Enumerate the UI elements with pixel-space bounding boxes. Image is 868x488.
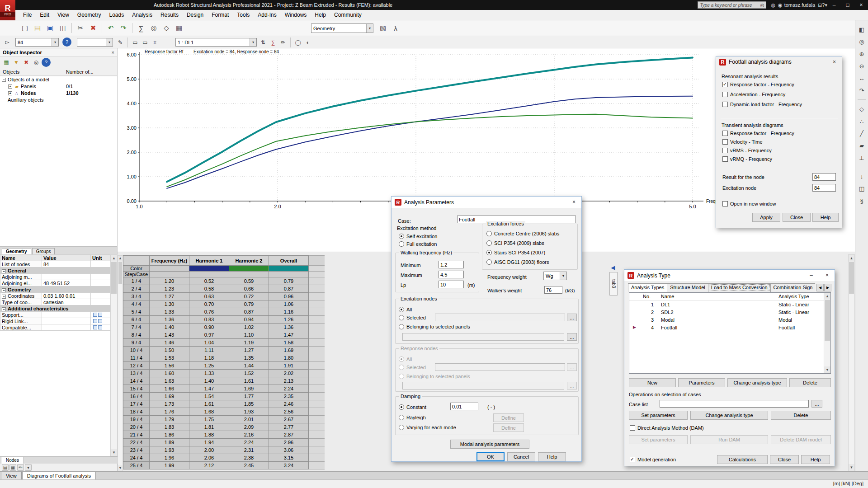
pan-icon[interactable]: ↔ xyxy=(856,73,867,84)
table-row[interactable]: 6 / 41.360.830.941.26 xyxy=(123,316,325,324)
excitation-force-radio-concrete-centre-2006-slabs[interactable] xyxy=(486,231,492,236)
section-expander-icon[interactable]: − xyxy=(2,307,6,311)
mode-b-icon[interactable]: ◐ xyxy=(303,38,312,47)
property-value[interactable]: cartesian xyxy=(42,299,91,305)
inspector-tab-geometry[interactable]: Geometry xyxy=(2,248,31,254)
print-icon[interactable]: ◫ xyxy=(57,22,69,34)
rotate-view-icon[interactable]: ↷ xyxy=(856,85,867,96)
menu-geometry[interactable]: Geometry xyxy=(73,10,105,20)
table-row[interactable]: 21 / 41.861.882.162.87 xyxy=(123,431,325,439)
measure-icon[interactable]: ⌗ xyxy=(151,38,160,47)
parameters-button[interactable]: Parameters xyxy=(678,378,725,387)
delete-cases-button[interactable]: Delete xyxy=(771,411,831,420)
menu-format[interactable]: Format xyxy=(208,10,233,20)
load-case-select[interactable]: 1 : DL1 ▾ xyxy=(175,38,257,47)
analysis-case-row-footfall[interactable]: ▶4FootfallFootfall xyxy=(629,324,830,332)
dropdown-icon[interactable]: ▾ xyxy=(250,38,256,46)
excitation-selected-more-button[interactable]: ... xyxy=(567,314,577,321)
footfall-results-table[interactable]: Frequency (Hz)Harmonic 1Harmonic 2Overal… xyxy=(123,255,325,469)
selection-select[interactable]: ▾ xyxy=(77,38,113,47)
property-action-icon[interactable] xyxy=(98,325,102,329)
section-expander-icon[interactable]: − xyxy=(2,269,6,273)
cut-icon[interactable]: ✂ xyxy=(75,22,86,34)
excitation-method-radio-full-excitation[interactable] xyxy=(399,241,404,247)
excitation-force-radio-stairs-sci-p354-2007[interactable] xyxy=(486,250,492,255)
resonant-checkbox-response-factor-frequency[interactable]: ✓ xyxy=(722,82,728,87)
case-list-more-button[interactable]: ... xyxy=(811,400,822,408)
excitation-nodes-selected-radio[interactable] xyxy=(399,315,404,320)
property-action-icon[interactable] xyxy=(93,313,97,317)
section-expander-icon[interactable]: − xyxy=(2,288,6,292)
table-view-icon[interactable]: ▤ xyxy=(2,464,9,471)
help-button[interactable]: Help xyxy=(812,213,839,222)
edit-mode-icon[interactable]: ✏ xyxy=(17,464,24,471)
grid-view-icon[interactable]: ▦ xyxy=(9,464,16,471)
start-calculation-icon[interactable]: ∑ xyxy=(269,38,278,47)
dropdown-icon[interactable]: ▾ xyxy=(52,38,58,46)
damping-constant-radio[interactable] xyxy=(399,404,404,410)
transient-checkbox-vrmq-frequency[interactable] xyxy=(722,156,728,162)
menu-design[interactable]: Design xyxy=(183,10,208,20)
minimize-icon[interactable]: – xyxy=(827,0,841,10)
excitation-force-radio-aisc-dg11-2003-floors[interactable] xyxy=(486,259,492,265)
model-generation-checkbox[interactable]: ✓ xyxy=(630,457,635,462)
property-value[interactable]: 0.03 1.60 0.01 xyxy=(42,293,91,299)
excitation-method-option-self-excitation[interactable]: Self excitation xyxy=(399,234,437,239)
scrollbar-thumb[interactable] xyxy=(849,262,854,294)
table-row[interactable]: 3 / 41.270.630.720.96 xyxy=(123,293,325,300)
scrollbar-thumb[interactable] xyxy=(825,300,830,341)
zoom-window-icon[interactable]: ◎ xyxy=(856,36,867,47)
transient-option-velocity-time[interactable]: Velocity - Time xyxy=(722,139,763,145)
damping-constant-field[interactable]: 0.01 xyxy=(450,403,478,410)
axonometric-view-icon[interactable]: ◇ xyxy=(856,103,867,114)
filter-clear-icon[interactable]: ✖ xyxy=(22,58,31,67)
menu-analysis[interactable]: Analysis xyxy=(128,10,156,20)
transient-option-vrmq-frequency[interactable]: vRMQ - Frequency xyxy=(722,156,772,162)
property-row-geometry[interactable]: −Geometry xyxy=(0,286,111,293)
supports-icon[interactable]: ⊥ xyxy=(856,152,867,163)
view-tab-diagrams-of-footfall-analysis[interactable]: Diagrams of Footfall analysis xyxy=(22,472,96,479)
table-row[interactable]: 24 / 41.962.062.383.15 xyxy=(123,454,325,462)
save-icon[interactable]: ▣ xyxy=(44,22,56,34)
filter-icon[interactable]: ▼ xyxy=(12,58,21,67)
inspector-tab-groups[interactable]: Groups xyxy=(32,248,55,254)
open-new-window-option[interactable]: Open in new window xyxy=(722,201,776,206)
change-analysis-type-cases-button[interactable]: Change analysis type xyxy=(690,411,768,420)
tab-structure-model[interactable]: Structure Model xyxy=(667,283,708,292)
tree-item-objects-of-a-model[interactable]: −Objects of a model xyxy=(0,76,117,83)
tree-expander-icon[interactable]: + xyxy=(8,84,12,89)
property-value[interactable]: 84 xyxy=(42,261,91,267)
panels-icon[interactable]: ▰ xyxy=(856,140,867,151)
dam-option[interactable]: Direct Analysis Method (DAM) xyxy=(630,425,704,431)
table-row[interactable]: 9 / 41.461.041.191.58 xyxy=(123,339,325,347)
cancel-button[interactable]: Cancel xyxy=(507,452,535,461)
excitation-panels-more-button[interactable]: ... xyxy=(567,333,577,341)
case-list-field[interactable] xyxy=(660,400,809,408)
excitation-node-field[interactable]: 84 xyxy=(812,184,836,192)
delete-analysis-button[interactable]: Delete xyxy=(789,378,831,387)
quick-help-icon[interactable]: ? xyxy=(62,38,71,47)
transient-option-response-factor-frequency[interactable]: Response factor - Frequency xyxy=(722,131,794,136)
table-row[interactable]: 16 / 41.691.541.772.35 xyxy=(123,393,325,400)
tree-expander-icon[interactable]: − xyxy=(2,78,6,82)
lp-field[interactable]: 10 xyxy=(439,281,464,288)
dialog-titlebar[interactable]: R Analysis Type – × xyxy=(624,270,835,281)
edit-case-icon[interactable]: ✏ xyxy=(278,38,288,47)
menu-edit[interactable]: Edit xyxy=(36,10,53,20)
analysis-case-row-modal[interactable]: 3ModalModal xyxy=(629,316,830,324)
scroll-up-icon[interactable]: ▲ xyxy=(824,293,830,300)
tab-combination-sign[interactable]: Combination Sign xyxy=(770,283,815,292)
ok-button[interactable]: OK xyxy=(476,452,505,461)
property-row-coordinates[interactable]: +Coordinates0.03 1.60 0.01 xyxy=(0,293,111,299)
new-project-icon[interactable]: ▢ xyxy=(19,22,31,34)
scroll-down-icon[interactable]: ▼ xyxy=(824,366,830,373)
damping-rayleigh-radio[interactable] xyxy=(399,415,404,420)
tree-expander-icon[interactable]: + xyxy=(8,91,12,95)
table-row[interactable]: 7 / 41.400.901.021.36 xyxy=(123,324,325,331)
table-row[interactable]: 10 / 41.501.111.271.69 xyxy=(123,347,325,354)
excitation-panels-field[interactable] xyxy=(402,333,564,341)
minimize-icon[interactable]: – xyxy=(805,270,818,281)
workspace-select[interactable]: Geometry ▾ xyxy=(311,23,373,33)
property-row-list-of-nodes[interactable]: List of nodes84 xyxy=(0,261,111,267)
table-row[interactable]: 5 / 41.330.760.871.16 xyxy=(123,308,325,316)
